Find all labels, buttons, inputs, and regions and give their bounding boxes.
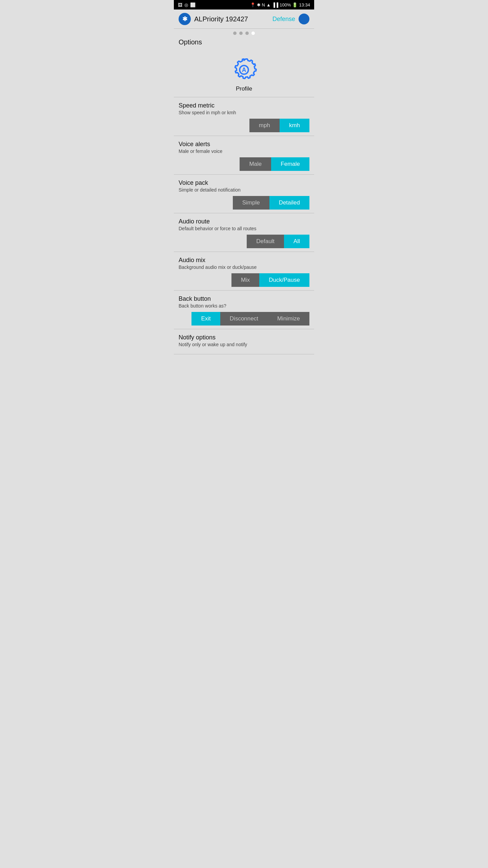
status-bar-right: 📍 ✱ N ▲ ▐▐ 100% 🔋 13:34	[250, 2, 310, 7]
audio-mix-row: Audio mix Background audio mix or duck/p…	[174, 252, 314, 291]
speed-metric-desc: Show speed in mph or kmh	[179, 110, 309, 115]
section-header: Options	[174, 36, 314, 50]
voice-pack-toggle: Simple Detailed	[179, 196, 309, 210]
back-button-title: Back button	[179, 295, 309, 302]
audio-mix-button[interactable]: Mix	[231, 273, 259, 287]
voice-alerts-toggle: Male Female	[179, 157, 309, 171]
app-bar-left: ✱ ALPriority 192427	[179, 13, 248, 25]
profile-label: Profile	[236, 85, 252, 92]
status-bar: 🖼 ◎ ⬜ 📍 ✱ N ▲ ▐▐ 100% 🔋 13:34	[174, 0, 314, 9]
gps-icon: ◎	[184, 2, 188, 7]
audio-route-row: Audio route Default behavior or force to…	[174, 213, 314, 252]
battery-text: 100%	[280, 2, 291, 7]
signal-icon: ▐▐	[272, 2, 278, 7]
svg-text:A: A	[242, 66, 246, 73]
notify-options-title: Notify options	[179, 334, 309, 341]
notify-options-desc: Notify only or wake up and notify	[179, 342, 309, 347]
voice-detailed-button[interactable]: Detailed	[269, 196, 309, 210]
page-dot-1[interactable]	[233, 32, 237, 35]
app-bar: ✱ ALPriority 192427 Defense	[174, 9, 314, 29]
back-exit-button[interactable]: Exit	[191, 312, 220, 326]
main-content: A Profile Speed metric Show speed in mph…	[174, 50, 314, 354]
audio-duckpause-button[interactable]: Duck/Pause	[259, 273, 309, 287]
photo-icon: 🖼	[178, 2, 182, 7]
speed-metric-toggle: mph kmh	[179, 119, 309, 132]
back-minimize-button[interactable]: Minimize	[268, 312, 309, 326]
back-disconnect-button[interactable]: Disconnect	[220, 312, 268, 326]
audio-mix-title: Audio mix	[179, 257, 309, 264]
bluetooth-icon[interactable]: ✱	[179, 13, 191, 25]
profile-gear-icon: A	[230, 56, 258, 83]
screenshot-icon: ⬜	[190, 2, 196, 7]
voice-pack-title: Voice pack	[179, 179, 309, 186]
time: 13:34	[299, 2, 310, 7]
battery-icon: 🔋	[292, 2, 298, 7]
audio-all-button[interactable]: All	[284, 235, 309, 248]
speed-metric-title: Speed metric	[179, 102, 309, 109]
back-button-desc: Back button works as?	[179, 303, 309, 309]
mode-toggle[interactable]	[299, 14, 309, 24]
app-bar-right: Defense	[272, 14, 309, 24]
speed-kmh-button[interactable]: kmh	[280, 119, 309, 132]
audio-mix-desc: Background audio mix or duck/pause	[179, 264, 309, 270]
voice-female-button[interactable]: Female	[271, 157, 309, 171]
voice-simple-button[interactable]: Simple	[233, 196, 269, 210]
page-indicators	[174, 29, 314, 36]
speed-mph-button[interactable]: mph	[249, 119, 280, 132]
location-icon: 📍	[250, 2, 256, 7]
voice-male-button[interactable]: Male	[240, 157, 271, 171]
voice-pack-row: Voice pack Simple or detailed notificati…	[174, 175, 314, 213]
defense-label[interactable]: Defense	[272, 16, 295, 23]
audio-route-toggle: Default All	[179, 235, 309, 248]
profile-area: A Profile	[174, 50, 314, 97]
voice-alerts-desc: Male or female voice	[179, 149, 309, 154]
page-dot-4-active[interactable]	[251, 32, 255, 35]
wifi-icon: ▲	[266, 2, 271, 7]
page-dot-2[interactable]	[239, 32, 243, 35]
audio-route-title: Audio route	[179, 218, 309, 225]
page-dot-3[interactable]	[245, 32, 249, 35]
audio-route-desc: Default behavior or force to all routes	[179, 226, 309, 231]
voice-alerts-row: Voice alerts Male or female voice Male F…	[174, 136, 314, 175]
nfc-icon: N	[262, 2, 265, 7]
status-bar-left: 🖼 ◎ ⬜	[178, 2, 196, 7]
voice-pack-desc: Simple or detailed notification	[179, 187, 309, 193]
audio-default-button[interactable]: Default	[247, 235, 284, 248]
notify-options-row: Notify options Notify only or wake up an…	[174, 329, 314, 354]
bluetooth-status-icon: ✱	[257, 2, 261, 7]
voice-alerts-title: Voice alerts	[179, 141, 309, 148]
speed-metric-row: Speed metric Show speed in mph or kmh mp…	[174, 97, 314, 136]
back-button-toggle: Exit Disconnect Minimize	[179, 312, 309, 326]
app-title: ALPriority 192427	[194, 15, 248, 23]
back-button-row: Back button Back button works as? Exit D…	[174, 291, 314, 329]
audio-mix-toggle: Mix Duck/Pause	[179, 273, 309, 287]
